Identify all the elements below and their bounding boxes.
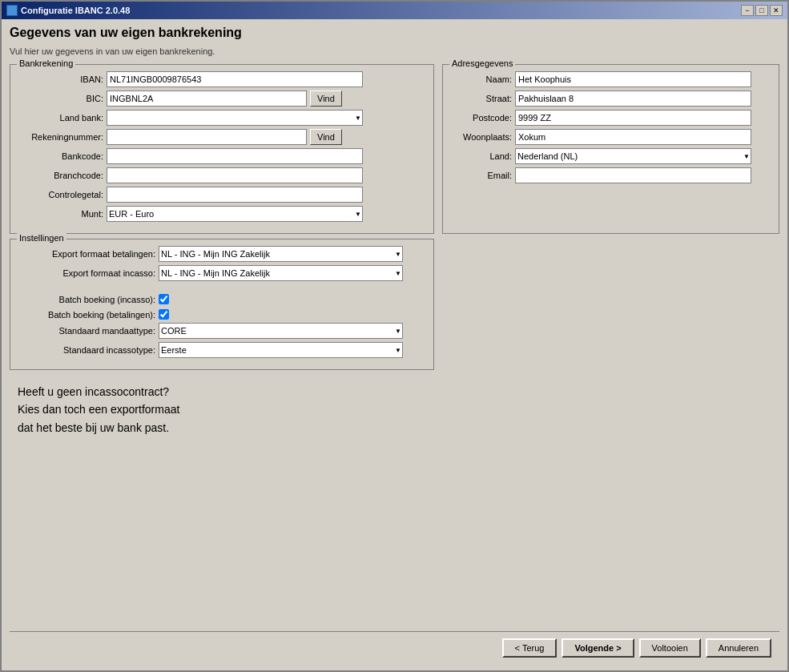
controlegetal-input[interactable]: [107, 187, 363, 203]
info-line1: Heeft u geen incassocontract?: [18, 383, 779, 400]
straat-input[interactable]: [515, 91, 751, 107]
page-title: Gegevens van uw eigen bankrekening: [10, 26, 779, 40]
batch-incasso-checkbox[interactable]: [159, 294, 169, 304]
app-icon: [6, 5, 18, 16]
woonplaats-input[interactable]: [515, 129, 751, 145]
bankrekening-group: Bankrekening IBAN: BIC: Vind Land bank:: [10, 64, 434, 234]
controlegetal-label: Controlegetal:: [18, 190, 107, 199]
maximize-button[interactable]: □: [755, 5, 768, 16]
batch-incasso-label: Batch boeking (incasso):: [18, 295, 159, 304]
batch-incasso-row: Batch boeking (incasso):: [18, 294, 425, 304]
rekeningnummer-input[interactable]: [107, 129, 307, 145]
bottom-section: Heeft u geen incassocontract? Kies dan t…: [10, 375, 779, 664]
title-buttons: − □ ✕: [741, 5, 783, 16]
adres-group: Adresgegevens Naam: Straat: Postcode:: [442, 64, 779, 234]
munt-label: Munt:: [18, 209, 107, 219]
export-betalingen-select[interactable]: NL - ING - Mijn ING Zakelijk: [159, 246, 403, 262]
export-betalingen-label: Export formaat betalingen:: [18, 249, 159, 259]
incassotype-row: Standaard incassotype: Eerste: [18, 342, 425, 358]
email-row: Email:: [451, 167, 771, 183]
top-row: Bankrekening IBAN: BIC: Vind Land bank:: [10, 64, 779, 234]
bankcode-row: Bankcode:: [18, 148, 425, 164]
iban-label: IBAN:: [18, 74, 107, 84]
adres-land-label: Land:: [451, 151, 515, 161]
mandaattype-label: Standaard mandaattype:: [18, 326, 159, 336]
munt-row: Munt: EUR - Euro: [18, 206, 425, 222]
instellingen-title: Instellingen: [17, 233, 66, 243]
postcode-input[interactable]: [515, 110, 751, 126]
land-bank-select[interactable]: [107, 110, 363, 126]
rekening-find-button[interactable]: Vind: [310, 129, 342, 145]
title-bar-left: Configuratie IBANC 2.0.48: [6, 5, 130, 16]
straat-label: Straat:: [451, 94, 515, 103]
branchcode-row: Branchcode:: [18, 167, 425, 183]
email-input[interactable]: [515, 167, 751, 183]
rekeningnummer-row: Rekeningnummer: Vind: [18, 129, 425, 145]
footer-buttons: < Terug Volgende > Voltooien Annuleren: [10, 631, 779, 664]
naam-input[interactable]: [515, 71, 751, 87]
rekeningnummer-label: Rekeningnummer:: [18, 132, 107, 142]
munt-select[interactable]: EUR - Euro: [107, 206, 363, 222]
bankcode-label: Bankcode:: [18, 151, 107, 161]
munt-wrapper: EUR - Euro: [107, 206, 363, 222]
bic-row: BIC: Vind: [18, 91, 425, 107]
batch-betalingen-row: Batch boeking (betalingen):: [18, 309, 425, 320]
controlegetal-row: Controlegetal:: [18, 187, 425, 203]
finish-button[interactable]: Voltooien: [639, 638, 701, 658]
branchcode-input[interactable]: [107, 167, 363, 183]
land-bank-row: Land bank:: [18, 110, 425, 126]
email-label: Email:: [451, 171, 515, 180]
postcode-label: Postcode:: [451, 113, 515, 123]
info-line2: Kies dan toch een exportformaat: [18, 400, 779, 418]
woonplaats-row: Woonplaats:: [451, 129, 771, 145]
land-bank-label: Land bank:: [18, 113, 107, 123]
page-subtitle: Vul hier uw gegevens in van uw eigen ban…: [10, 46, 779, 56]
window-content: Gegevens van uw eigen bankrekening Vul h…: [2, 19, 787, 670]
bankcode-input[interactable]: [107, 148, 363, 164]
iban-input[interactable]: [107, 71, 363, 87]
export-betalingen-row: Export formaat betalingen: NL - ING - Mi…: [18, 246, 425, 262]
info-text: Heeft u geen incassocontract? Kies dan t…: [10, 375, 779, 631]
incassotype-label: Standaard incassotype:: [18, 345, 159, 355]
bic-find-button[interactable]: Vind: [310, 91, 342, 107]
export-incasso-row: Export formaat incasso: NL - ING - Mijn …: [18, 265, 425, 281]
land-bank-wrapper: [107, 110, 363, 126]
adres-land-row: Land: Nederland (NL): [451, 148, 771, 164]
adres-land-wrapper: Nederland (NL): [515, 148, 751, 164]
adres-land-select[interactable]: Nederland (NL): [515, 148, 751, 164]
iban-row: IBAN:: [18, 71, 425, 87]
window-title: Configuratie IBANC 2.0.48: [21, 6, 130, 15]
next-button[interactable]: Volgende >: [562, 638, 634, 658]
batch-betalingen-checkbox[interactable]: [159, 309, 169, 320]
close-button[interactable]: ✕: [770, 5, 783, 16]
incassotype-select[interactable]: Eerste: [159, 342, 403, 358]
branchcode-label: Branchcode:: [18, 171, 107, 180]
woonplaats-label: Woonplaats:: [451, 132, 515, 142]
straat-row: Straat:: [451, 91, 771, 107]
bic-label: BIC:: [18, 94, 107, 103]
mandaattype-select[interactable]: CORE: [159, 323, 403, 339]
mandaattype-row: Standaard mandaattype: CORE: [18, 323, 425, 339]
batch-betalingen-label: Batch boeking (betalingen):: [18, 310, 159, 320]
naam-row: Naam:: [451, 71, 771, 87]
adres-title: Adresgegevens: [449, 58, 515, 68]
instellingen-group: Instellingen Export formaat betalingen: …: [10, 239, 434, 370]
postcode-row: Postcode:: [451, 110, 771, 126]
bankrekening-title: Bankrekening: [17, 58, 75, 68]
minimize-button[interactable]: −: [741, 5, 754, 16]
bic-input[interactable]: [107, 91, 307, 107]
back-button[interactable]: < Terug: [502, 638, 558, 658]
incassotype-wrapper: Eerste: [159, 342, 403, 358]
info-line3: dat het beste bij uw bank past.: [18, 419, 779, 437]
export-incasso-label: Export formaat incasso:: [18, 268, 159, 278]
export-betalingen-wrapper: NL - ING - Mijn ING Zakelijk: [159, 246, 403, 262]
mandaattype-wrapper: CORE: [159, 323, 403, 339]
export-incasso-select[interactable]: NL - ING - Mijn ING Zakelijk: [159, 265, 403, 281]
naam-label: Naam:: [451, 74, 515, 84]
title-bar: Configuratie IBANC 2.0.48 − □ ✕: [2, 2, 787, 19]
cancel-button[interactable]: Annuleren: [706, 638, 771, 658]
main-window: Configuratie IBANC 2.0.48 − □ ✕ Gegevens…: [0, 0, 789, 672]
export-incasso-wrapper: NL - ING - Mijn ING Zakelijk: [159, 265, 403, 281]
